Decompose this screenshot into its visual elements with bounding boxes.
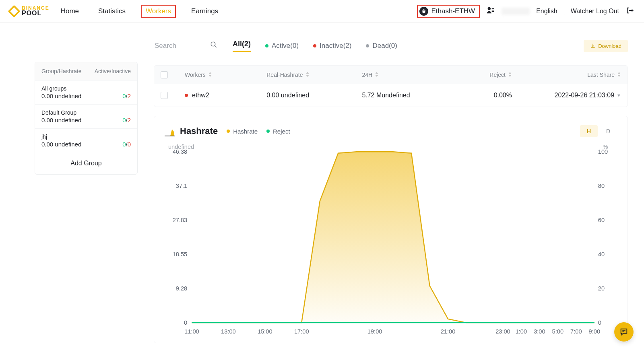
- add-group-button[interactable]: Add Group: [35, 152, 137, 174]
- svg-text:60: 60: [598, 217, 605, 223]
- real-hashrate: 0.00 undefined: [266, 92, 362, 99]
- seg-d[interactable]: D: [599, 125, 617, 137]
- algo-selector[interactable]: Ethash-ETHW: [417, 5, 480, 18]
- col-24h[interactable]: 24H: [362, 72, 372, 78]
- legend-reject: Reject: [266, 128, 290, 135]
- group-hashrate: 0.00 undefined: [41, 117, 81, 124]
- sidebar-group-item[interactable]: Default Group 0.00 undefined 0/2: [35, 105, 137, 129]
- logout-link[interactable]: Watcher Log Out: [571, 8, 619, 15]
- svg-text:17:00: 17:00: [294, 328, 309, 335]
- chart-title: Hashrate: [165, 126, 218, 136]
- group-status: 0/2: [122, 93, 131, 99]
- logo-line2: POOL: [22, 10, 50, 16]
- chart-header: Hashrate Hashrate Reject H D: [165, 125, 617, 137]
- nav-earnings[interactable]: Earnings: [187, 6, 222, 17]
- select-all-checkbox[interactable]: [161, 71, 168, 78]
- group-hashrate: 0.00 undefined: [41, 93, 81, 99]
- tab-active[interactable]: Active(0): [265, 42, 299, 50]
- svg-rect-3: [492, 11, 494, 12]
- page-body: Group/Hashrate Active/Inactive All group…: [0, 23, 644, 343]
- group-status: 0/0: [122, 141, 131, 148]
- top-nav-right: Ethash-ETHW English Watcher Log Out: [417, 5, 634, 18]
- col-reject[interactable]: Reject: [489, 72, 506, 78]
- svg-text:21:00: 21:00: [441, 328, 456, 335]
- logout-icon[interactable]: [625, 6, 634, 16]
- language-selector[interactable]: English: [536, 8, 557, 15]
- divider: [564, 8, 564, 15]
- timerange-toggle: H D: [580, 125, 617, 137]
- group-sidebar: Group/Hashrate Active/Inactive All group…: [35, 62, 138, 175]
- svg-text:40: 40: [598, 251, 605, 257]
- sidebar-col-status: Active/Inactive: [95, 68, 131, 74]
- svg-text:27.83: 27.83: [173, 217, 188, 223]
- logo-text: BINANCE POOL: [22, 6, 50, 16]
- ethash-icon: [419, 7, 428, 16]
- sort-icon[interactable]: [508, 72, 512, 78]
- chat-fab[interactable]: [614, 322, 634, 342]
- download-icon: [590, 43, 596, 49]
- last-share: 2022-09-26 21:03:09▼: [512, 92, 621, 99]
- sort-icon[interactable]: [375, 72, 379, 78]
- svg-text:9.28: 9.28: [176, 285, 187, 292]
- search-placeholder: Search: [155, 42, 176, 50]
- sort-icon[interactable]: [208, 72, 212, 78]
- workers-table: Workers Real-Hashrate 24H Reject Last Sh…: [154, 65, 628, 107]
- svg-text:11:00: 11:00: [184, 328, 199, 335]
- hashrate-chart[interactable]: undefined%09.2818.5527.8337.146.38020406…: [165, 144, 617, 338]
- tab-all[interactable]: All(2): [233, 40, 251, 52]
- svg-text:7:00: 7:00: [570, 328, 582, 335]
- group-status: 0/2: [122, 117, 131, 124]
- sidebar-col-group: Group/Hashrate: [41, 68, 82, 74]
- top-nav: BINANCE POOL Home Statistics Workers Ear…: [0, 0, 644, 23]
- nav-home[interactable]: Home: [57, 6, 83, 17]
- svg-point-0: [488, 7, 491, 10]
- col-lastshare[interactable]: Last Share: [587, 72, 615, 78]
- table-row[interactable]: ethw2 0.00 undefined 5.72 Mundefined 0.0…: [154, 84, 627, 107]
- svg-text:37.1: 37.1: [176, 183, 187, 189]
- group-name: jhj: [41, 134, 81, 140]
- logo[interactable]: BINANCE POOL: [10, 6, 50, 16]
- binance-logo-icon: [8, 5, 20, 17]
- svg-text:1:00: 1:00: [516, 328, 527, 335]
- nav-workers[interactable]: Workers: [141, 5, 176, 18]
- account-icon[interactable]: [486, 6, 495, 16]
- sidebar-group-item[interactable]: jhj 0.00 undefined 0/0: [35, 129, 137, 152]
- svg-text:13:00: 13:00: [221, 328, 236, 335]
- sort-icon[interactable]: [305, 72, 310, 78]
- status-dot-green: [265, 44, 268, 47]
- main-content: Search All(2) Active(0) Inactive(2) Dead…: [154, 39, 632, 343]
- download-label: Download: [598, 43, 621, 49]
- svg-text:9:00: 9:00: [589, 328, 600, 335]
- row-checkbox[interactable]: [161, 92, 168, 99]
- svg-text:3:00: 3:00: [534, 328, 545, 335]
- svg-text:5:00: 5:00: [552, 328, 564, 335]
- legend-dot-hashrate: [227, 130, 230, 133]
- search-input[interactable]: Search: [154, 39, 218, 53]
- col-realhashrate[interactable]: Real-Hashrate: [266, 72, 303, 78]
- tab-inactive[interactable]: Inactive(2): [313, 42, 351, 50]
- svg-text:23:00: 23:00: [495, 328, 510, 335]
- sort-icon[interactable]: [617, 72, 621, 78]
- sidebar-group-item[interactable]: All groups 0.00 undefined 0/2: [35, 80, 137, 105]
- svg-text:19:00: 19:00: [367, 328, 382, 335]
- username-blurred: [502, 8, 530, 15]
- download-button[interactable]: Download: [584, 40, 628, 52]
- col-workers[interactable]: Workers: [185, 72, 206, 78]
- legend-hashrate: Hashrate: [227, 128, 258, 135]
- table-header: Workers Real-Hashrate 24H Reject Last Sh…: [154, 66, 627, 84]
- group-name: All groups: [41, 85, 81, 92]
- seg-h[interactable]: H: [580, 125, 598, 137]
- group-name: Default Group: [41, 109, 81, 116]
- worker-name: ethw2: [192, 92, 209, 99]
- svg-rect-1: [492, 8, 494, 9]
- tab-dead[interactable]: Dead(0): [366, 42, 397, 50]
- chat-icon: [619, 327, 628, 336]
- svg-point-4: [211, 42, 215, 46]
- status-dot-gray: [366, 44, 369, 47]
- status-dot-red: [313, 44, 316, 47]
- nav-links: Home Statistics Workers Earnings: [57, 5, 222, 18]
- svg-text:18.55: 18.55: [173, 251, 188, 257]
- chevron-down-icon[interactable]: ▼: [617, 93, 621, 98]
- nav-statistics[interactable]: Statistics: [94, 6, 130, 17]
- svg-rect-2: [492, 10, 494, 10]
